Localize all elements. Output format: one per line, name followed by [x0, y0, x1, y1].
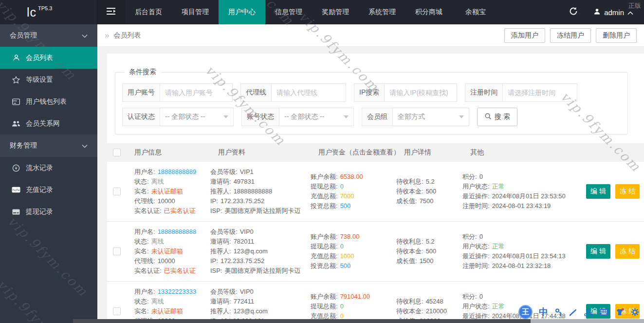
sidebar-item-level-settings[interactable]: 等级设置	[0, 69, 97, 91]
freeze-user-button[interactable]: 冻结用户	[550, 28, 591, 43]
sidebar-item-member-list[interactable]: 会员列表	[0, 47, 97, 69]
users-icon	[12, 119, 20, 128]
col-user-profile: 用户资料	[210, 148, 311, 157]
field-label: IP搜索	[354, 84, 385, 101]
table-header: 用户信息 用户资料 用户资金（点击金额查看） 用户详情 其他	[107, 143, 644, 162]
skin-shirt-icon[interactable]	[615, 308, 625, 316]
cell-user-funds: 账户余额:791041.00 提现总额:0 充值总额:0 投资总额:210000	[311, 292, 396, 323]
search-row-1: 用户账号 代理线 IP搜索 注册时间	[122, 83, 621, 102]
sidebar-item-label: 用户钱包列表	[26, 97, 67, 106]
invest-amount[interactable]: 500	[340, 201, 351, 211]
sidebar-item-label: 提现记录	[26, 208, 53, 216]
row-checkbox[interactable]	[113, 307, 121, 315]
select-all-checkbox[interactable]	[113, 149, 121, 156]
search-row-2: 认证状态 -- 全部状态 -- 账号状态 -- 全部状态 -- 会员组	[122, 108, 621, 126]
breadcrumb-arrows-icon: »	[105, 31, 109, 39]
header-checkbox-cell	[107, 149, 127, 156]
withdraw-amount[interactable]: 0	[340, 242, 344, 251]
collapse-menu-button[interactable]	[97, 0, 125, 24]
member-group-select[interactable]: 全部方式	[393, 108, 469, 126]
breadcrumb: » 会员列表	[105, 31, 141, 40]
topbar-menu-item-user-center[interactable]: 用户中心	[219, 0, 265, 24]
caret-down-icon	[459, 115, 464, 118]
agent-line-input[interactable]	[272, 84, 346, 101]
verify-status-select[interactable]: -- 全部状态 --	[160, 108, 233, 126]
freeze-button[interactable]: 冻结	[615, 184, 640, 199]
search-button[interactable]: 搜 索	[477, 108, 517, 126]
topbar-menu-item-system[interactable]: 系统管理	[359, 0, 405, 24]
sidebar-item-member-network[interactable]: 会员关系网	[0, 113, 97, 134]
topbar-menu-item-rewards[interactable]: 奖励管理	[312, 0, 359, 24]
row-checkbox[interactable]	[113, 247, 121, 255]
ime-logo-icon[interactable]: 王	[518, 305, 533, 319]
genuine-tag: 正版	[628, 1, 641, 10]
col-user-detail: 用户详情	[396, 148, 462, 157]
add-user-button[interactable]: 添加用户	[504, 28, 545, 43]
chevron-down-icon	[82, 32, 88, 39]
field-account-status: 账号状态 -- 全部状态 --	[241, 108, 354, 126]
refresh-button[interactable]	[558, 0, 589, 24]
user-icon	[593, 8, 601, 17]
search-button-label: 搜 索	[495, 113, 510, 121]
username-link[interactable]: 13322223333	[158, 287, 197, 297]
user-account-input[interactable]	[160, 84, 232, 101]
chinese-mode-icon[interactable]: 中	[539, 307, 548, 317]
topbar-menu-item-projects[interactable]: 项目管理	[172, 0, 219, 24]
sidebar-item-label: 会员列表	[26, 54, 53, 62]
cell-user-profile: 会员等级:VIP0 邀请码:782011 推荐人:123@q.com IP:17…	[210, 227, 311, 276]
sidebar-item-recharge-records[interactable]: PayPal 充值记录	[0, 179, 97, 201]
edit-button[interactable]: 编辑	[586, 244, 610, 259]
paypal-icon: PayPal	[12, 186, 20, 194]
page-title: 会员列表	[113, 31, 141, 40]
register-time-input[interactable]	[503, 84, 577, 101]
keyboard-icon[interactable]	[599, 308, 609, 316]
recharge-amount[interactable]: 7000	[340, 191, 354, 201]
topbar-menu-item-info[interactable]: 信息管理	[265, 0, 312, 24]
recharge-amount[interactable]: 1000	[340, 251, 354, 261]
balance-amount[interactable]: 6538.00	[340, 172, 363, 182]
sidebar-group-finance-management[interactable]: 财务管理	[0, 134, 97, 157]
voice-input-icon[interactable]	[554, 308, 563, 316]
col-user-info: 用户信息	[127, 148, 210, 157]
delete-user-button[interactable]: 删除用户	[596, 28, 637, 43]
table-row: 用户名:18888888888 状态:离线 实名:未认证邮箱 代理线:10000…	[107, 222, 644, 282]
caret-down-icon	[223, 115, 228, 118]
field-label: 代理线	[241, 84, 272, 101]
search-icon	[484, 113, 492, 121]
username-link[interactable]: 18888888889	[158, 167, 197, 177]
edit-button[interactable]: 编辑	[586, 184, 610, 199]
sidebar-item-user-wallet-list[interactable]: 用户钱包列表	[0, 91, 97, 113]
invest-amount[interactable]: 500	[340, 261, 351, 271]
sidebar-group-member-management[interactable]: 会员管理	[0, 24, 97, 47]
svg-text:¥: ¥	[14, 166, 18, 171]
topbar-menu-item-points-mall[interactable]: 积分商城	[405, 0, 452, 24]
breadcrumb-bar: » 会员列表 添加用户 冻结用户 删除用户	[97, 24, 644, 47]
horizontal-scrollbar	[73, 319, 644, 323]
screenshot-scissors-icon[interactable]	[584, 308, 593, 316]
balance-amount[interactable]: 791041.00	[340, 292, 370, 302]
topbar-menu: 后台首页 项目管理 用户中心 信息管理 奖励管理 系统管理 积分商城 余额宝	[125, 0, 499, 24]
withdraw-amount[interactable]: 0	[340, 182, 344, 191]
user-state: 正常	[492, 182, 505, 191]
settings-gear-icon[interactable]	[631, 308, 639, 316]
topbar-menu-item-home[interactable]: 后台首页	[125, 0, 172, 24]
account-status-select[interactable]: -- 全部状态 --	[279, 108, 353, 126]
main-content: » 会员列表 添加用户 冻结用户 删除用户 条件搜索 用户账号 代理线	[97, 24, 644, 323]
withdraw-amount[interactable]: 0	[340, 302, 344, 311]
row-checkbox[interactable]	[113, 188, 121, 195]
admin-username: admin	[604, 8, 624, 17]
sidebar-item-transaction-records[interactable]: ¥ 流水记录	[0, 157, 97, 179]
sidebar-item-withdraw-records[interactable]: 提现记录	[0, 201, 97, 223]
topbar-menu-item-yuebao[interactable]: 余额宝	[452, 0, 499, 24]
sidebar-item-label: 流水记录	[26, 164, 53, 172]
balance-amount[interactable]: 738.00	[340, 232, 360, 242]
cell-user-profile: 会员等级:VIP0 邀请码:772411 推荐人:123@q.com IP:19…	[210, 287, 311, 323]
cell-user-detail: 待收利息:5.2 待收本金:500 成长值:7500	[396, 177, 462, 206]
cell-user-profile: 会员等级:VIP1 邀请码:497831 推荐人:18888888888 IP:…	[210, 167, 311, 216]
username-link[interactable]: 18888888888	[158, 227, 197, 237]
select-value: 全部方式	[398, 113, 425, 121]
handwriting-icon[interactable]	[569, 308, 578, 316]
freeze-button[interactable]: 冻结	[615, 244, 640, 259]
ip-search-input[interactable]	[385, 84, 457, 101]
horizontal-scrollbar-thumb[interactable]	[73, 319, 531, 323]
